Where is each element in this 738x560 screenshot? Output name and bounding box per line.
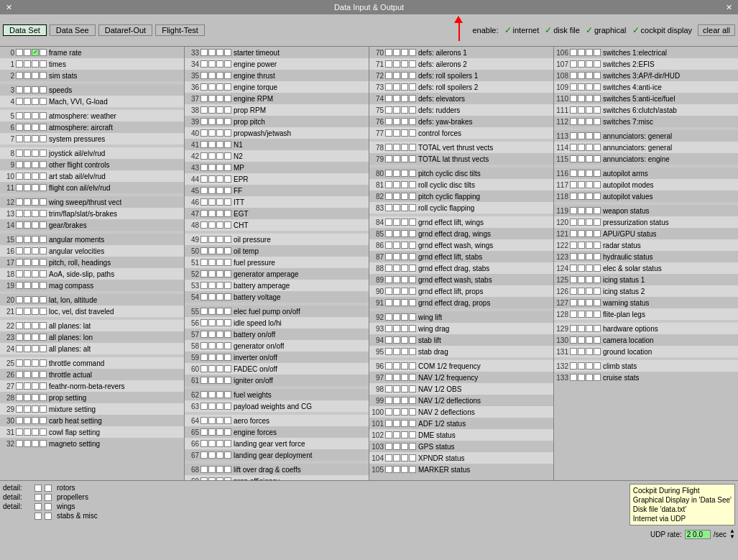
checkbox-0-23-0[interactable] <box>16 270 23 277</box>
checkbox-2-9-1[interactable] <box>393 144 400 151</box>
checkbox-0-22-2[interactable] <box>32 259 39 266</box>
checkbox-0-21-0[interactable] <box>16 247 23 254</box>
checkbox-1-24-3[interactable] <box>224 308 231 315</box>
checkbox-1-9-1[interactable] <box>208 152 216 160</box>
checkbox-3-23-1[interactable] <box>578 288 585 295</box>
checkbox-0-18-0[interactable] <box>16 221 23 229</box>
checkbox-1-1-3[interactable] <box>224 60 231 68</box>
checkbox-2-32-2[interactable] <box>401 374 408 381</box>
checkbox-1-15-1[interactable] <box>208 221 216 229</box>
checkbox-1-15-0[interactable] <box>200 221 208 229</box>
checkbox-1-13-0[interactable] <box>200 198 208 206</box>
checkbox-2-4-3[interactable] <box>409 95 416 102</box>
checkbox-2-29-2[interactable] <box>401 348 408 355</box>
checkbox-0-31-0[interactable] <box>16 345 23 352</box>
checkbox-3-25-3[interactable] <box>594 311 601 318</box>
checkbox-3-8-3[interactable] <box>594 132 601 139</box>
checkbox-2-19-3[interactable] <box>409 242 416 249</box>
checkbox-1-0-2[interactable] <box>216 49 223 56</box>
checkbox-2-3-1[interactable] <box>393 83 400 91</box>
checkbox-2-9-0[interactable] <box>385 144 392 151</box>
checkbox-3-5-0[interactable] <box>570 106 577 114</box>
checkbox-3-31-2[interactable] <box>586 362 593 369</box>
checkbox-1-4-3[interactable] <box>224 95 231 102</box>
checkbox-3-27-2[interactable] <box>586 325 593 332</box>
checkbox-1-22-3[interactable] <box>224 293 231 300</box>
checkbox-3-29-2[interactable] <box>586 348 593 355</box>
checkbox-1-36-3[interactable] <box>224 428 231 436</box>
checkbox-1-14-3[interactable] <box>224 210 231 217</box>
checkbox-3-22-3[interactable] <box>594 276 601 283</box>
checkbox-2-31-0[interactable] <box>385 362 392 369</box>
checkbox-0-4-1[interactable] <box>24 86 31 93</box>
checkbox-1-26-3[interactable] <box>224 331 231 338</box>
checkbox-2-27-1[interactable] <box>393 325 400 332</box>
checkbox-0-7-2[interactable] <box>32 112 39 119</box>
checkbox-2-4-0[interactable] <box>385 95 392 102</box>
checkbox-1-3-3[interactable] <box>224 83 231 91</box>
checkbox-3-4-2[interactable] <box>586 95 593 102</box>
checkbox-3-4-0[interactable] <box>570 95 577 102</box>
checkbox-0-13-3[interactable] <box>40 173 47 180</box>
checkbox-1-0-3[interactable] <box>224 49 231 56</box>
checkbox-3-0-3[interactable] <box>594 49 601 56</box>
checkbox-3-17-2[interactable] <box>586 219 593 226</box>
checkbox-2-7-2[interactable] <box>401 129 408 137</box>
checkbox-3-12-3[interactable] <box>594 170 601 177</box>
checkbox-2-18-3[interactable] <box>409 230 416 237</box>
checkbox-3-12-1[interactable] <box>578 170 585 177</box>
checkbox-3-16-0[interactable] <box>570 207 577 214</box>
checkbox-3-6-0[interactable] <box>570 118 577 125</box>
checkbox-0-30-2[interactable] <box>32 334 39 341</box>
checkbox-1-27-2[interactable] <box>216 342 223 349</box>
clear-all-button[interactable]: clear all <box>698 24 735 36</box>
checkbox-0-13-2[interactable] <box>32 173 39 180</box>
checkbox-3-32-1[interactable] <box>578 374 585 381</box>
checkbox-0-35-3[interactable] <box>40 382 47 390</box>
checkbox-1-25-2[interactable] <box>216 319 223 326</box>
checkbox-3-20-2[interactable] <box>586 253 593 260</box>
checkbox-0-2-2[interactable] <box>32 72 39 79</box>
tab-flight-test[interactable]: Flight-Test <box>155 24 205 36</box>
checkbox-3-32-3[interactable] <box>594 374 601 381</box>
checkbox-0-38-2[interactable] <box>32 417 39 424</box>
checkbox-2-39-0[interactable] <box>385 454 392 462</box>
checkbox-3-9-2[interactable] <box>586 144 593 151</box>
checkbox-2-0-3[interactable] <box>409 49 416 56</box>
checkbox-2-26-2[interactable] <box>401 313 408 321</box>
checkbox-3-1-2[interactable] <box>586 60 593 68</box>
checkbox-2-38-0[interactable] <box>385 443 392 450</box>
checkbox-3-14-1[interactable] <box>578 193 585 200</box>
checkbox-1-11-2[interactable] <box>216 175 223 183</box>
detail-wings-cb[interactable] <box>34 503 42 510</box>
checkbox-1-22-0[interactable] <box>200 293 208 300</box>
checkbox-3-5-1[interactable] <box>578 106 585 114</box>
checkbox-3-28-3[interactable] <box>594 336 601 344</box>
checkbox-2-33-0[interactable] <box>385 385 392 393</box>
checkbox-1-24-1[interactable] <box>208 308 216 315</box>
checkbox-2-2-1[interactable] <box>393 72 400 79</box>
checkbox-1-12-2[interactable] <box>216 187 223 194</box>
checkbox-2-12-0[interactable] <box>385 170 392 177</box>
checkbox-1-5-2[interactable] <box>216 106 223 114</box>
checkbox-0-40-3[interactable] <box>40 440 47 447</box>
checkbox-3-23-2[interactable] <box>586 288 593 295</box>
checkbox-0-1-0[interactable] <box>16 60 23 68</box>
checkbox-1-18-0[interactable] <box>200 247 208 254</box>
checkbox-1-32-3[interactable] <box>224 391 231 398</box>
checkbox-1-26-2[interactable] <box>216 331 223 338</box>
checkbox-0-18-2[interactable] <box>32 221 39 229</box>
tab-dataref-out[interactable]: Dataref-Out <box>98 24 152 36</box>
checkbox-2-2-0[interactable] <box>385 72 392 79</box>
checkbox-3-32-0[interactable] <box>570 374 577 381</box>
checkbox-0-17-2[interactable] <box>32 210 39 217</box>
checkbox-3-18-3[interactable] <box>594 230 601 237</box>
checkbox-3-10-0[interactable] <box>570 155 577 162</box>
checkbox-3-9-1[interactable] <box>578 144 585 151</box>
checkbox-2-32-3[interactable] <box>409 374 416 381</box>
checkbox-2-34-2[interactable] <box>401 397 408 404</box>
checkbox-0-26-1[interactable] <box>24 296 31 303</box>
checkbox-1-37-3[interactable] <box>224 440 231 447</box>
checkbox-0-12-3[interactable] <box>40 161 47 168</box>
checkbox-1-36-0[interactable] <box>200 428 208 436</box>
